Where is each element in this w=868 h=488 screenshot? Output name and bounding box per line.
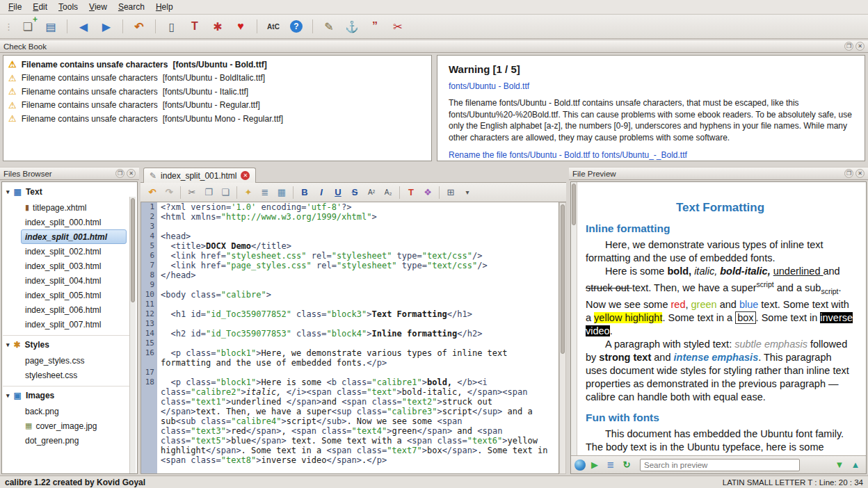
scrollbar-thumb[interactable] [131, 198, 135, 302]
cut-icon[interactable]: ✂ [184, 185, 200, 200]
find-previous-icon[interactable]: ▲ [849, 458, 862, 472]
back-icon-glyph: ◀ [79, 20, 88, 33]
remove-unused-css-icon[interactable]: ✂ [389, 17, 407, 35]
code-line: 11 [141, 300, 558, 309]
preview-scrollbar[interactable] [571, 182, 577, 455]
section-header-images[interactable]: ▾▣Images [3, 387, 129, 404]
background-color-button[interactable]: ❖ [420, 185, 435, 200]
copy-icon[interactable]: ❐ [201, 185, 216, 200]
tab-close-icon[interactable]: ✕ [241, 171, 250, 180]
toolbar-overflow-icon[interactable]: ▾ [460, 185, 475, 200]
menu-view[interactable]: View [83, 1, 113, 13]
collapse-arrow-icon[interactable]: ▾ [6, 188, 10, 195]
close-icon[interactable]: ✕ [855, 42, 865, 51]
text-color-button[interactable]: T [403, 185, 419, 200]
rename-file-link[interactable]: Rename the file fonts/Ubuntu - Bold.ttf … [449, 150, 853, 160]
warning-row[interactable]: ⚠Filename contains unsafe characters[fon… [5, 112, 430, 126]
preview-content[interactable]: Text Formatting Inline formatting Here, … [577, 182, 866, 455]
insert-image-icon-glyph: ▦ [278, 187, 286, 197]
open-books-icon[interactable]: ≣ [604, 458, 618, 472]
file-name: index_split_005.html [25, 291, 101, 300]
undo-icon[interactable]: ↶ [145, 185, 160, 200]
collapse-arrow-icon[interactable]: ▾ [6, 341, 10, 348]
preview-search-input[interactable] [640, 459, 800, 471]
scrollbar-thumb[interactable] [561, 204, 565, 354]
warning-row[interactable]: ⚠Filename contains unsafe characters[fon… [5, 72, 430, 86]
help-icon[interactable]: ? [290, 20, 303, 33]
file-item[interactable]: index_split_001.html [21, 229, 127, 244]
scrollbar-thumb[interactable] [572, 184, 576, 225]
close-icon[interactable]: ✕ [127, 169, 136, 178]
underline-button[interactable]: U [330, 185, 346, 200]
file-item[interactable]: stylesheet.css [21, 368, 127, 382]
file-item[interactable]: index_split_005.html [21, 288, 127, 302]
file-item[interactable]: dot_green.png [21, 433, 127, 448]
editor-scrollbar[interactable] [559, 202, 566, 474]
file-item[interactable]: index_split_004.html [21, 273, 127, 288]
undock-icon[interactable]: ❐ [844, 169, 853, 178]
save-icon[interactable]: ▤ [42, 17, 60, 35]
book-icon: ▮ [25, 203, 29, 212]
check-book-icon[interactable]: ✱ [209, 17, 227, 35]
paste-icon[interactable]: ❏ [218, 185, 233, 200]
file-item[interactable]: back.png [21, 404, 127, 418]
device-preview-icon[interactable]: ▯ [163, 17, 181, 35]
file-item[interactable]: page_styles.css [21, 353, 127, 368]
new-file-icon[interactable]: ❏+ [19, 17, 37, 35]
menu-mnemonic: F [8, 2, 13, 12]
back-icon[interactable]: ◀ [74, 17, 93, 35]
file-item[interactable]: index_split_006.html [21, 302, 127, 317]
strike-button-glyph: S [352, 187, 358, 197]
close-icon[interactable]: ✕ [855, 169, 865, 178]
insert-table-icon[interactable]: ⊞ [443, 185, 458, 200]
insert-image-icon[interactable]: ▦ [274, 185, 289, 200]
spellcheck-icon[interactable]: AtC [264, 17, 282, 35]
menu-file[interactable]: File [3, 1, 27, 13]
files-browser-panel: Files Browser ❐ ✕ ▾▦Text▮titlepage.xhtml… [0, 167, 139, 474]
smarten-punctuation-icon[interactable]: ” [366, 17, 384, 35]
file-item[interactable]: index_split_007.html [21, 317, 127, 332]
donate-icon[interactable]: ♥ [232, 17, 250, 35]
menu-help[interactable]: Help [150, 1, 179, 13]
find-next-icon[interactable]: ▼ [833, 458, 846, 472]
beautify-icon[interactable]: ✦ [241, 185, 256, 200]
menu-search[interactable]: Search [113, 1, 150, 13]
forward-icon[interactable]: ▶ [97, 17, 115, 35]
live-preview-icon[interactable] [574, 459, 586, 471]
collapse-arrow-icon[interactable]: ▾ [6, 392, 10, 399]
menu-edit[interactable]: Edit [27, 1, 53, 13]
file-item[interactable]: index_split_003.html [21, 259, 127, 273]
beautify-icon[interactable]: ✎ [320, 17, 338, 35]
files-scrollbar[interactable] [129, 197, 136, 473]
file-item[interactable]: ▮titlepage.xhtml [21, 200, 127, 215]
refresh-preview-icon[interactable]: ▶ [588, 458, 602, 472]
italic-button[interactable]: I [314, 185, 329, 200]
undock-icon[interactable]: ❐ [115, 169, 124, 178]
menu-tools[interactable]: Tools [53, 1, 83, 13]
arrange-icon[interactable]: ⚓ [343, 17, 361, 35]
toolbar-separator [439, 186, 440, 199]
edit-toc-icon[interactable]: T [186, 17, 204, 35]
code-editor[interactable]: 1<?xml version='1.0' encoding='utf-8'?>2… [140, 202, 559, 474]
warning-file-link[interactable]: fonts/Ubuntu - Bold.ttf [449, 81, 853, 91]
undo-icon[interactable]: ↶ [130, 17, 148, 35]
insert-list-icon[interactable]: ≣ [257, 185, 273, 200]
warning-row[interactable]: ⚠Filename contains unsafe characters[fon… [5, 85, 430, 99]
reload-icon[interactable]: ↻ [620, 458, 634, 472]
undock-icon[interactable]: ❐ [844, 42, 853, 51]
section-header-styles[interactable]: ▾✱Styles [3, 336, 129, 353]
warning-row[interactable]: ⚠Filename contains unsafe characters[fon… [5, 99, 430, 113]
file-preview-titlebar: File Preview ❐ ✕ [569, 167, 868, 180]
bold-button[interactable]: B [297, 185, 312, 200]
tab-index-split-001[interactable]: ✎ index_split_001.html ✕ [143, 168, 256, 183]
section-header-text[interactable]: ▾▦Text [3, 184, 129, 200]
file-item[interactable]: index_split_000.html [21, 215, 127, 229]
superscript-button[interactable]: A² [364, 185, 379, 200]
redo-icon[interactable]: ↷ [161, 185, 177, 200]
editor-toolbar: ↶↷✂❐❏✦≣▦BIUSA²A₂T❖⊞▾ [140, 183, 566, 202]
subscript-button[interactable]: A₂ [380, 185, 396, 200]
strike-button[interactable]: S [347, 185, 362, 200]
file-item[interactable]: index_split_002.html [21, 244, 127, 259]
warning-row[interactable]: ⚠Filename contains unsafe characters[fon… [5, 58, 430, 72]
file-item[interactable]: ▦cover_image.jpg [21, 418, 127, 433]
